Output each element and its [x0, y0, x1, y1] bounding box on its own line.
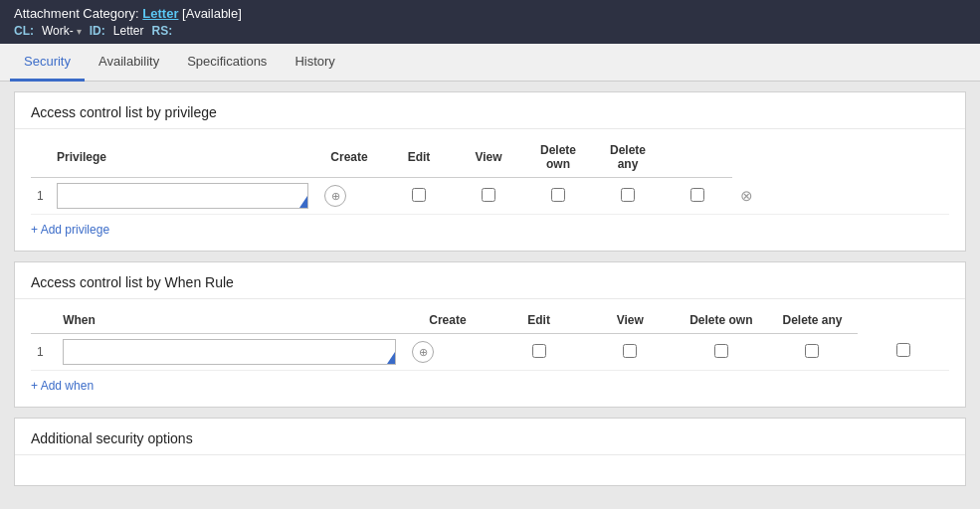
id-value: Letter: [113, 24, 144, 38]
when-acl-table: When Create Edit View Delete own Delete …: [31, 309, 949, 371]
add-privilege-link[interactable]: + Add privilege: [31, 223, 109, 237]
privilege-create-check-cell: [384, 178, 454, 215]
privilege-acl-card: Access control list by privilege Privile…: [14, 91, 966, 252]
header-status: [Available]: [178, 6, 241, 21]
privilege-input-wrap: [57, 183, 308, 209]
th-privilege: Privilege: [51, 139, 314, 178]
tab-availability[interactable]: Availability: [85, 44, 173, 82]
app-header: Attachment Category: Letter [Available] …: [0, 0, 980, 44]
when-acl-title: Access control list by When Rule: [15, 262, 965, 299]
privilege-delete-any-check-cell: [663, 178, 732, 215]
when-search-icon[interactable]: ⊕: [412, 341, 434, 363]
when-input-wrap: [63, 339, 396, 365]
th-when-delete-own: Delete own: [676, 309, 767, 334]
tab-security[interactable]: Security: [10, 44, 85, 82]
additional-security-card: Additional security options: [14, 418, 966, 486]
th-create: Create: [314, 139, 384, 178]
th-when-edit: Edit: [493, 309, 585, 334]
th-when-create: Create: [402, 309, 493, 334]
tab-history[interactable]: History: [281, 44, 348, 82]
when-row-1: 1 ⊕: [31, 334, 949, 371]
when-input[interactable]: [64, 340, 395, 364]
th-when-view: View: [584, 309, 676, 334]
when-delete-any-checkbox[interactable]: [896, 343, 910, 357]
privilege-remove-cell: ⊗: [732, 178, 949, 215]
when-edit-checkbox[interactable]: [623, 344, 637, 358]
header-meta: CL: Work- ▾ ID: Letter RS:: [14, 24, 966, 38]
privilege-acl-title: Access control list by privilege: [15, 92, 965, 129]
privilege-create-cell: ⊕: [314, 178, 384, 215]
th-when-delete-any: Delete any: [767, 309, 859, 334]
when-create-checkbox[interactable]: [532, 344, 546, 358]
when-delete-any-check-cell: [858, 334, 949, 371]
id-label: ID:: [90, 24, 105, 38]
header-category-name: Letter: [142, 6, 178, 21]
privilege-acl-table: Privilege Create Edit View Delete own De…: [31, 139, 949, 215]
privilege-row-num: 1: [31, 178, 51, 215]
main-content: Access control list by privilege Privile…: [0, 82, 980, 506]
privilege-input[interactable]: [58, 184, 307, 208]
cl-label: CL:: [14, 24, 34, 38]
privilege-delete-own-check-cell: [593, 178, 663, 215]
privilege-remove-button[interactable]: ⊗: [738, 188, 755, 203]
when-input-triangle-icon: [387, 352, 395, 364]
privilege-delete-any-checkbox[interactable]: [690, 188, 704, 202]
privilege-view-checkbox[interactable]: [551, 188, 565, 202]
when-delete-own-check-cell: [767, 334, 859, 371]
when-view-check-cell: [676, 334, 767, 371]
cl-value-wrap[interactable]: Work- ▾: [42, 24, 82, 38]
tab-specifications[interactable]: Specifications: [173, 44, 281, 82]
th-when-col: When: [57, 309, 402, 334]
when-delete-own-checkbox[interactable]: [805, 344, 819, 358]
input-triangle-icon: [299, 196, 307, 208]
additional-security-title: Additional security options: [15, 419, 965, 455]
privilege-create-checkbox[interactable]: [412, 188, 426, 202]
th-when-row-num: [31, 309, 57, 334]
privilege-edit-checkbox[interactable]: [482, 188, 495, 202]
privilege-row-1: 1 ⊕: [31, 178, 949, 215]
privilege-view-check-cell: [523, 178, 593, 215]
privilege-delete-own-checkbox[interactable]: [621, 188, 635, 202]
additional-security-body: [15, 455, 965, 485]
when-view-checkbox[interactable]: [714, 344, 728, 358]
when-input-cell: [57, 334, 402, 371]
rs-label: RS:: [151, 24, 172, 38]
when-create-check-cell: [493, 334, 585, 371]
cl-value: Work-: [42, 24, 74, 38]
tabs-bar: Security Availability Specifications His…: [0, 44, 980, 82]
th-view: View: [454, 139, 523, 178]
privilege-search-icon[interactable]: ⊕: [324, 185, 346, 207]
th-delete-own: Delete own: [523, 139, 593, 178]
cl-dropdown-icon[interactable]: ▾: [77, 26, 82, 37]
th-remove: [663, 139, 732, 178]
privilege-acl-body: Privilege Create Edit View Delete own De…: [15, 129, 965, 251]
when-acl-body: When Create Edit View Delete own Delete …: [15, 299, 965, 407]
add-when-link[interactable]: + Add when: [31, 379, 94, 393]
when-row-num: 1: [31, 334, 57, 371]
when-edit-check-cell: [584, 334, 676, 371]
when-acl-card: Access control list by When Rule When Cr…: [14, 261, 966, 408]
header-title-prefix: Attachment Category:: [14, 6, 142, 21]
th-row-num: [31, 139, 51, 178]
th-edit: Edit: [384, 139, 454, 178]
privilege-input-cell: [51, 178, 314, 215]
privilege-edit-check-cell: [454, 178, 523, 215]
when-search-cell: ⊕: [402, 334, 493, 371]
th-delete-any: Delete any: [593, 139, 663, 178]
header-title: Attachment Category: Letter [Available]: [14, 6, 966, 21]
